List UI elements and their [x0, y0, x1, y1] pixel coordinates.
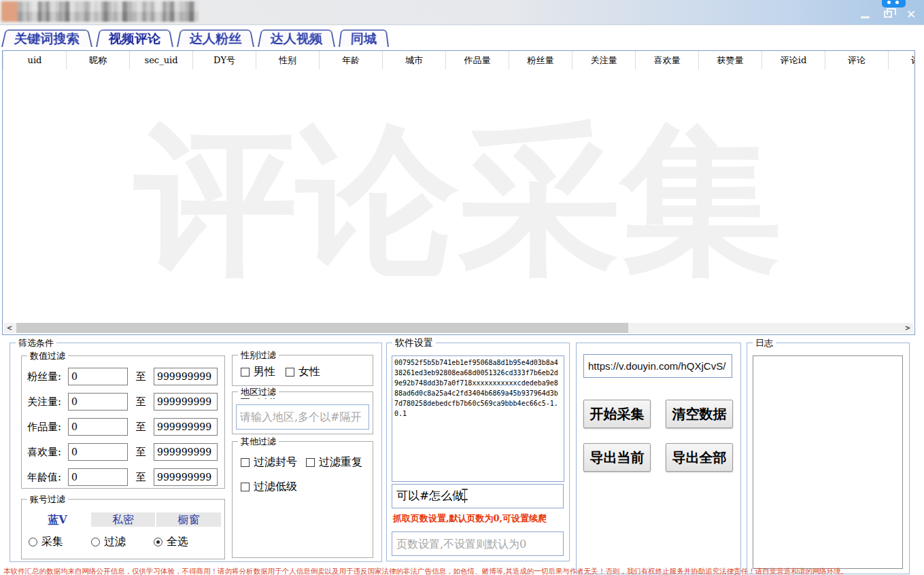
- tab-bar: 关键词搜索 视频评论 达人粉丝 达人视频 同城: [1, 27, 389, 47]
- numeric-min-input[interactable]: [68, 468, 128, 486]
- tab[interactable]: 关键词搜索: [1, 30, 92, 47]
- text-cursor-icon: [462, 489, 468, 500]
- account-mode-radio[interactable]: 过滤: [91, 535, 154, 549]
- to-label: 至: [128, 396, 154, 408]
- log-panel-title: 日志: [753, 337, 776, 349]
- radio-label: 全选: [167, 535, 188, 549]
- numeric-max-input[interactable]: [154, 393, 218, 411]
- numeric-max-input[interactable]: [154, 368, 218, 385]
- pages-hint-text: 抓取页数设置,默认页数为0,可设置续爬: [393, 512, 547, 525]
- account-mode-radio[interactable]: 全选: [154, 535, 216, 549]
- gender-checkbox[interactable]: 男性: [241, 365, 286, 379]
- minimize-button[interactable]: [859, 8, 871, 20]
- checkbox-label: 过滤低级: [254, 480, 297, 494]
- table-header-row: uid昵称sec_uidDY号性别年龄城市作品量粉丝量关注量喜欢量获赞量评论id…: [3, 51, 914, 69]
- numeric-min-input[interactable]: [68, 418, 128, 436]
- numeric-min-input[interactable]: [68, 368, 128, 385]
- blue-badge-icon: [882, 0, 906, 7]
- scroll-right-arrow[interactable]: >: [902, 323, 913, 333]
- window-controls: ✕: [859, 8, 917, 20]
- close-button[interactable]: ✕: [905, 8, 917, 20]
- restore-button[interactable]: [882, 8, 894, 20]
- checkbox-icon: [241, 458, 250, 467]
- gender-checkbox[interactable]: 女性: [286, 365, 330, 379]
- app-icon-blurred: [1, 1, 18, 22]
- share-url-input[interactable]: [583, 354, 732, 378]
- actions-panel: 开始采集清空数据导出当前导出全部: [576, 343, 741, 574]
- numeric-filter-label: 年龄值:: [27, 471, 68, 484]
- tab-label: 视频评论: [108, 31, 161, 47]
- action-button[interactable]: 清空数据: [666, 400, 733, 428]
- numeric-filter-row: 年龄值: 至: [22, 468, 224, 486]
- table-column-header[interactable]: DY号: [193, 51, 256, 69]
- other-checkbox[interactable]: 过滤低级: [241, 480, 306, 494]
- action-button[interactable]: 开始采集: [583, 400, 651, 428]
- table-column-header[interactable]: sec_uid: [130, 51, 193, 69]
- results-table: 评论采集 uid昵称sec_uidDY号性别年龄城市作品量粉丝量关注量喜欢量获赞…: [2, 50, 915, 335]
- account-type-segment[interactable]: 橱窗: [156, 512, 221, 527]
- disclaimer-text: 本软件汇总的数据均来自网络公开信息，仅供学习体验，不得商用！请勿将分析数据用于个…: [3, 567, 848, 575]
- table-column-header[interactable]: 评论: [825, 51, 889, 69]
- table-column-header[interactable]: 昵称: [67, 51, 130, 69]
- minimize-icon: [861, 16, 870, 18]
- other-checkbox[interactable]: 过滤封号: [241, 455, 306, 470]
- table-column-header[interactable]: 获赞量: [699, 51, 762, 69]
- checkbox-icon: [306, 458, 315, 467]
- table-column-header[interactable]: 城市: [383, 51, 446, 69]
- table-column-header[interactable]: 评论id: [762, 51, 825, 69]
- table-column-header[interactable]: 粉丝量: [509, 51, 572, 69]
- pages-input[interactable]: [392, 532, 564, 556]
- table-column-header[interactable]: 喜欢量: [636, 51, 699, 69]
- tab[interactable]: 同城: [339, 30, 389, 47]
- table-column-header[interactable]: 关注量: [572, 51, 636, 69]
- title-text-blurred: [18, 1, 199, 22]
- account-mode-radio[interactable]: 采集: [29, 535, 91, 549]
- numeric-min-input[interactable]: [68, 443, 128, 461]
- title-bar: ✕: [0, 0, 924, 25]
- checkbox-label: 过滤封号: [254, 455, 297, 470]
- radio-icon: [91, 538, 100, 546]
- numeric-filter-label: 喜欢量:: [27, 446, 68, 459]
- to-label: 至: [128, 471, 154, 484]
- tab[interactable]: 达人视频: [258, 30, 335, 47]
- license-token-textarea[interactable]: 007952f5b5b741eb1ef95068a8d1b95e4d03b8a4…: [392, 355, 564, 482]
- settings-panel-title: 软件设置: [392, 337, 436, 349]
- restore-icon: [884, 11, 892, 18]
- tab-label: 达人视频: [270, 31, 323, 47]
- region-filter-title: 地区过滤: [238, 386, 279, 398]
- table-column-header[interactable]: uid: [3, 51, 67, 69]
- numeric-max-input[interactable]: [154, 443, 218, 461]
- account-type-segment[interactable]: 蓝V: [25, 512, 90, 527]
- numeric-filter-row: 关注量: 至: [22, 393, 224, 411]
- action-button[interactable]: 导出当前: [583, 443, 651, 472]
- settings-panel: 软件设置 007952f5b5b741eb1ef95068a8d1b95e4d0…: [386, 343, 570, 561]
- scrollbar-thumb[interactable]: [16, 323, 628, 333]
- filters-panel-title: 筛选条件: [16, 337, 56, 349]
- numeric-max-input[interactable]: [154, 418, 218, 436]
- numeric-min-input[interactable]: [68, 393, 128, 411]
- scroll-left-arrow[interactable]: <: [4, 323, 15, 333]
- log-textarea[interactable]: [753, 355, 903, 569]
- other-checkbox[interactable]: 过滤重复: [306, 455, 371, 470]
- action-button[interactable]: 导出全部: [666, 443, 733, 472]
- table-column-header[interactable]: 作品量: [446, 51, 509, 69]
- numeric-max-input[interactable]: [154, 468, 218, 486]
- numeric-filter-row: 粉丝量: 至: [22, 368, 224, 385]
- table-column-header[interactable]: 年龄: [320, 51, 383, 69]
- checkbox-icon: [241, 483, 250, 491]
- app-window: ✕ 关键词搜索 视频评论 达人粉丝 达人视频 同城 评论采集 uid昵称sec_…: [0, 0, 924, 575]
- tab-label: 同城: [350, 31, 377, 47]
- region-input[interactable]: [236, 404, 369, 430]
- to-label: 至: [128, 421, 154, 434]
- tab[interactable]: 视频评论: [96, 30, 173, 47]
- table-column-header[interactable]: 性别: [256, 51, 320, 69]
- account-type-segment[interactable]: 私密: [91, 512, 156, 527]
- radio-label: 过滤: [104, 535, 126, 549]
- to-label: 至: [128, 446, 154, 459]
- table-column-header[interactable]: 评论: [889, 51, 915, 69]
- radio-icon: [154, 538, 162, 546]
- keyword-input[interactable]: 可以#怎么做: [392, 484, 564, 508]
- tab[interactable]: 达人粉丝: [177, 30, 254, 47]
- account-filter-title: 账号过滤: [27, 493, 68, 506]
- scrollbar-track[interactable]: [15, 323, 902, 333]
